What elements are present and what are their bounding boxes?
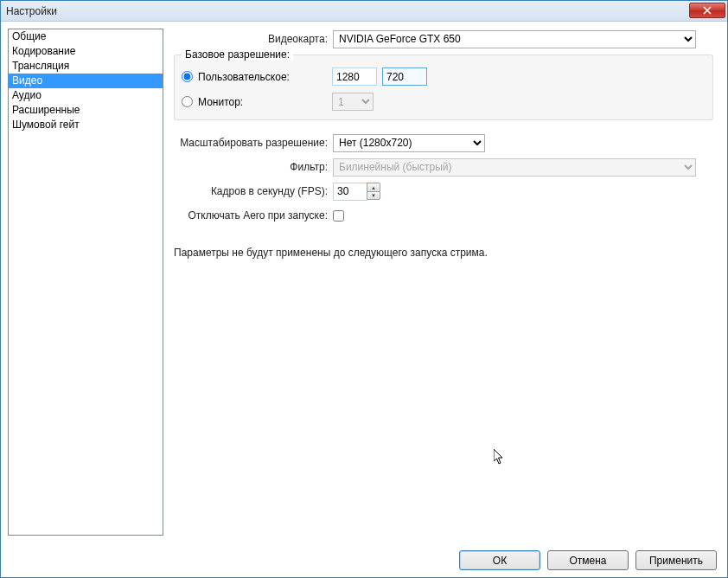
sidebar: Общие Кодирование Трансляция Видео Аудио… (8, 29, 163, 536)
ok-button[interactable]: ОК (459, 550, 540, 570)
base-resolution-group: Базовое разрешение: Пользовательское: Мо… (174, 55, 713, 120)
aero-label: Отключать Aero при запуске: (174, 209, 333, 222)
content-area: Общие Кодирование Трансляция Видео Аудио… (1, 22, 727, 543)
scale-row: Масштабировать разрешение: Нет (1280x720… (174, 132, 713, 153)
filter-label: Фильтр: (174, 161, 333, 173)
fps-up-button[interactable]: ▲ (367, 183, 380, 191)
close-icon (703, 6, 712, 15)
scale-select[interactable]: Нет (1280x720) (333, 134, 485, 152)
custom-radio[interactable] (182, 71, 193, 82)
height-input[interactable] (382, 67, 427, 86)
fps-spinner: ▲ ▼ (333, 183, 380, 201)
sidebar-item-noisegate[interactable]: Шумовой гейт (9, 118, 163, 132)
gpu-label: Видеокарта: (174, 33, 333, 45)
width-input[interactable] (332, 67, 377, 86)
monitor-radio[interactable] (182, 96, 193, 107)
apply-button[interactable]: Применить (635, 550, 717, 570)
aero-checkbox[interactable] (333, 210, 344, 222)
settings-window: Настройки Общие Кодирование Трансляция В… (0, 0, 728, 578)
cancel-button[interactable]: Отмена (547, 550, 629, 570)
titlebar: Настройки (1, 1, 727, 22)
radio-custom-row: Пользовательское: (182, 67, 706, 86)
filter-select: Билинейный (быстрый) (333, 158, 696, 177)
window-title: Настройки (6, 5, 57, 17)
sidebar-item-stream[interactable]: Трансляция (9, 59, 163, 74)
sidebar-item-audio[interactable]: Аудио (9, 88, 163, 103)
custom-radio-label: Пользовательское: (198, 71, 290, 83)
sidebar-item-general[interactable]: Общие (9, 29, 163, 44)
restart-note: Параметры не будут применены до следующе… (174, 247, 713, 259)
fps-down-button[interactable]: ▼ (367, 191, 380, 200)
sidebar-item-encoding[interactable]: Кодирование (9, 44, 163, 59)
close-button[interactable] (689, 3, 725, 18)
fps-label: Кадров в секунду (FPS): (174, 185, 333, 197)
sidebar-item-advanced[interactable]: Расширенные (9, 103, 163, 118)
filter-row: Фильтр: Билинейный (быстрый) (174, 157, 713, 177)
main-panel: Видеокарта: NVIDIA GeForce GTX 650 Базов… (174, 29, 720, 536)
footer: ОК Отмена Применить (1, 543, 727, 577)
gpu-select[interactable]: NVIDIA GeForce GTX 650 (333, 30, 696, 48)
monitor-select: 1 (332, 93, 374, 111)
group-title: Базовое разрешение: (182, 48, 293, 61)
aero-row: Отключать Aero при запуске: (174, 205, 713, 226)
gpu-row: Видеокарта: NVIDIA GeForce GTX 650 (174, 29, 713, 49)
monitor-radio-label: Монитор: (198, 96, 243, 108)
scale-label: Масштабировать разрешение: (174, 137, 333, 149)
fps-row: Кадров в секунду (FPS): ▲ ▼ (174, 181, 713, 202)
sidebar-item-video[interactable]: Видео (9, 74, 163, 88)
fps-input[interactable] (333, 183, 367, 201)
radio-monitor-row: Монитор: 1 (182, 93, 706, 111)
